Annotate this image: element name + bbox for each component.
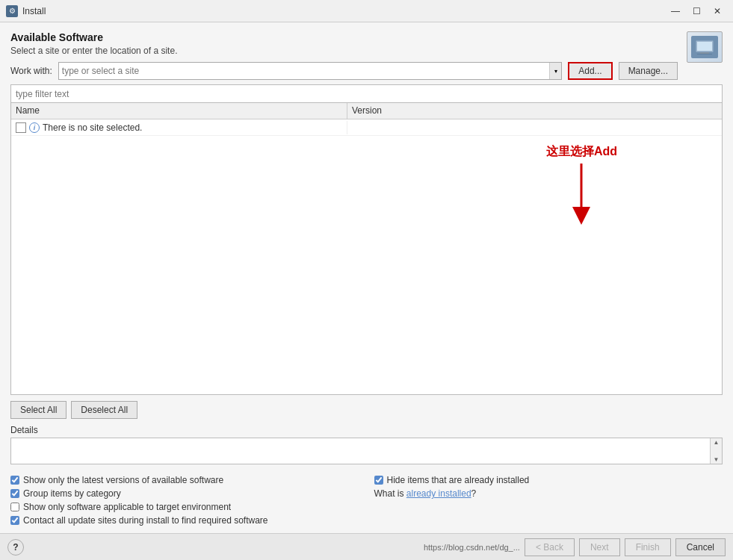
minimize-button[interactable]: — [666, 4, 685, 19]
next-button[interactable]: Next [579, 538, 620, 556]
site-input-wrapper: ▾ [58, 62, 562, 80]
checkbox-hide-installed-label: Hide items that are already installed [387, 475, 530, 485]
checkboxes-section: Show only the latest versions of availab… [10, 470, 723, 533]
page-header: Available Software Select a site or ente… [10, 31, 177, 56]
column-header-name: Name [11, 103, 347, 119]
deselect-all-button[interactable]: Deselect All [71, 401, 137, 419]
manage-button[interactable]: Manage... [619, 62, 678, 80]
footer-left: ? [7, 539, 24, 556]
what-is-installed-label: What is already installed? [374, 488, 477, 499]
checkbox-target-env-input[interactable] [10, 503, 19, 511]
software-table: Name Version i There is no site selected… [10, 102, 723, 395]
table-row: i There is no site selected. [11, 119, 722, 136]
filter-input[interactable] [11, 89, 722, 99]
title-bar: ⚙ Install — ☐ ✕ [0, 0, 733, 22]
scroll-down-icon[interactable]: ▼ [714, 456, 720, 463]
checkbox-show-latest: Show only the latest versions of availab… [10, 475, 359, 485]
help-button[interactable]: ? [7, 539, 24, 556]
svg-rect-2 [700, 52, 709, 54]
checkbox-contact-update: Contact all update sites during install … [10, 515, 359, 526]
details-box: ▲ ▼ [10, 438, 723, 464]
checkbox-contact-update-input[interactable] [10, 516, 19, 525]
td-version [347, 126, 722, 129]
column-header-version: Version [347, 103, 722, 119]
close-button[interactable]: ✕ [708, 4, 727, 19]
footer: ? https://blog.csdn.net/dg_... < Back Ne… [0, 533, 733, 560]
what-is-installed-row: What is already installed? [374, 488, 723, 499]
footer-right: https://blog.csdn.net/dg_... < Back Next… [424, 538, 726, 556]
cancel-button[interactable]: Cancel [675, 538, 726, 556]
table-body: i There is no site selected. [11, 119, 722, 394]
table-header: Name Version [11, 103, 722, 119]
checkbox-target-env: Show only software applicable to target … [10, 502, 359, 512]
checkbox-show-latest-label: Show only the latest versions of availab… [23, 475, 223, 485]
site-input[interactable] [59, 66, 549, 76]
checkbox-show-latest-input[interactable] [10, 476, 19, 485]
scroll-up-icon[interactable]: ▲ [714, 439, 720, 446]
table-area: Name Version i There is no site selected… [10, 84, 723, 425]
details-label: Details [10, 425, 723, 435]
checkbox-hide-installed-input[interactable] [374, 476, 383, 485]
details-section: Details ▲ ▼ [10, 425, 723, 464]
info-icon: i [29, 122, 40, 133]
details-content [11, 438, 710, 464]
page-title: Available Software [10, 31, 177, 43]
checkbox-group-category-input[interactable] [10, 489, 19, 498]
row-checkbox[interactable] [16, 122, 26, 133]
window-controls: — ☐ ✕ [666, 4, 727, 19]
svg-rect-1 [697, 42, 712, 51]
checkbox-contact-update-label: Contact all update sites during install … [23, 515, 268, 526]
already-installed-link[interactable]: already installed [406, 488, 471, 499]
main-content: Available Software Select a site or ente… [0, 22, 733, 533]
logo-inner [691, 36, 718, 58]
footer-url: https://blog.csdn.net/dg_... [424, 543, 520, 552]
details-scrollbar: ▲ ▼ [710, 438, 722, 464]
page-subtitle: Select a site or enter the location of a… [10, 46, 177, 56]
svg-rect-3 [697, 54, 712, 55]
add-button[interactable]: Add... [568, 62, 612, 80]
work-with-label: Work with: [10, 66, 52, 76]
header-logo [687, 31, 723, 63]
maximize-button[interactable]: ☐ [687, 4, 706, 19]
empty-cell [374, 502, 723, 512]
checkbox-group-category: Group items by category [10, 488, 359, 499]
checkbox-group-category-label: Group items by category [23, 488, 121, 499]
work-with-row: Work with: ▾ Add... Manage... [10, 62, 723, 80]
app-icon: ⚙ [6, 5, 18, 17]
site-dropdown-button[interactable]: ▾ [549, 63, 561, 79]
checkbox-target-env-label: Show only software applicable to target … [23, 502, 231, 512]
filter-row [10, 84, 723, 102]
row-name-text: There is no site selected. [43, 122, 142, 133]
window-title: Install [22, 6, 666, 16]
back-button[interactable]: < Back [525, 538, 575, 556]
select-all-button[interactable]: Select All [10, 401, 67, 419]
checkbox-hide-installed: Hide items that are already installed [374, 475, 723, 485]
finish-button[interactable]: Finish [625, 538, 671, 556]
action-buttons-row: Select All Deselect All [10, 395, 723, 425]
td-name: i There is no site selected. [11, 121, 347, 134]
